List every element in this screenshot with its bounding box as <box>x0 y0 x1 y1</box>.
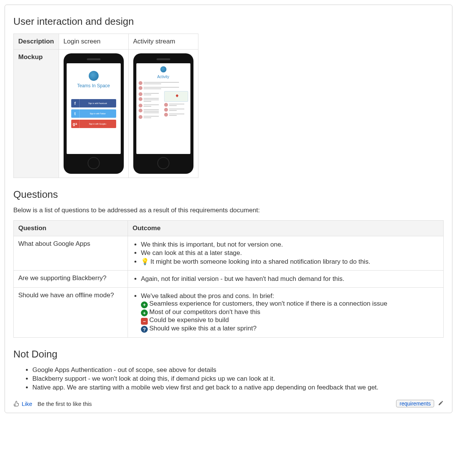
page-footer: Like Be the first to like this requireme… <box>13 400 444 407</box>
document-page: User interaction and design Description … <box>5 5 452 413</box>
outcome-cell: We think this is important, but not for … <box>128 236 444 271</box>
heading-questions: Questions <box>13 189 444 200</box>
questions-table: Question Outcome What about Google Apps … <box>13 220 444 338</box>
question-icon: ? <box>141 326 148 333</box>
minus-icon: – <box>141 318 148 325</box>
brand-logo-icon <box>160 66 166 72</box>
pencil-icon <box>438 400 444 406</box>
table-row: Should we have an offline mode? We've ta… <box>14 288 444 338</box>
question-cell: What about Google Apps <box>14 236 128 271</box>
list-item: Blackberry support - we won't look at do… <box>32 375 444 383</box>
like-label: Like <box>22 401 32 407</box>
mockup-row-label-description: Description <box>14 34 59 50</box>
phone-home-button-icon <box>88 157 100 169</box>
label-tag[interactable]: requirements <box>396 400 434 407</box>
heading-not-doing: Not Doing <box>13 348 444 360</box>
login-twitter-button: tSign in with Twitter <box>71 109 116 118</box>
question-cell: Should we have an offline mode? <box>14 288 128 338</box>
phone-mockup-activity: Activity <box>133 53 193 174</box>
mockup-col-activity: Activity stream <box>128 34 198 50</box>
question-cell: Are we supporting Blackberry? <box>14 271 128 288</box>
plus-icon: + <box>141 309 148 316</box>
map-thumbnail-icon <box>164 91 188 102</box>
list-item: We think this is important, but not for … <box>141 241 439 248</box>
like-button[interactable]: Like <box>13 401 32 407</box>
list-item: We've talked about the pros and cons. In… <box>141 292 439 333</box>
mockup-row-label-mockup: Mockup <box>14 50 59 178</box>
not-doing-list: Google Apps Authentication - out of scop… <box>13 366 444 391</box>
thumbs-up-icon <box>13 401 19 407</box>
mockup-activity-cell: Activity <box>128 50 198 178</box>
brand-logo-icon <box>89 71 99 81</box>
table-row: What about Google Apps We think this is … <box>14 236 444 271</box>
list-item: Again, not for initial version - but we … <box>141 275 439 283</box>
outcome-cell: We've talked about the pros and cons. In… <box>128 288 444 338</box>
outcome-cell: Again, not for initial version - but we … <box>128 271 444 288</box>
plus-icon: + <box>141 301 148 308</box>
login-google-button: g+Sign in with Google+ <box>71 120 116 128</box>
mockup-col-login: Login screen <box>59 34 128 50</box>
first-to-like-text: Be the first to like this <box>38 401 92 407</box>
questions-intro: Below is a list of questions to be addre… <box>13 207 444 214</box>
edit-labels-button[interactable] <box>438 400 444 407</box>
activity-title: Activity <box>139 75 188 79</box>
login-facebook-button: fSign in with Facebook <box>71 99 116 107</box>
list-item: Native app. We are starting with a mobil… <box>32 384 444 391</box>
questions-header-outcome: Outcome <box>128 221 444 236</box>
lightbulb-icon <box>141 258 150 265</box>
mockup-table: Description Login screen Activity stream… <box>13 34 198 178</box>
list-item: Google Apps Authentication - out of scop… <box>32 366 444 374</box>
brand-title: Teams In Space <box>69 83 118 88</box>
phone-home-button-icon <box>157 157 169 169</box>
list-item: We can look at this at a later stage. <box>141 249 439 257</box>
mockup-login-cell: Teams In Space fSign in with Facebook tS… <box>59 50 128 178</box>
list-item: It might be worth someone looking into a… <box>141 258 439 266</box>
table-row: Are we supporting Blackberry? Again, not… <box>14 271 444 288</box>
questions-header-question: Question <box>14 221 128 236</box>
heading-user-interaction-design: User interaction and design <box>13 16 444 27</box>
phone-mockup-login: Teams In Space fSign in with Facebook tS… <box>64 53 124 174</box>
